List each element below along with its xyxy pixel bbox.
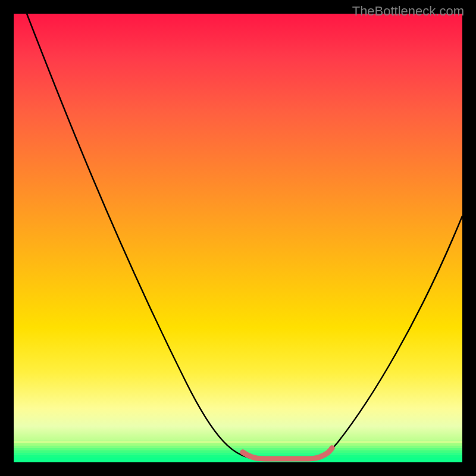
plot-area — [14, 14, 462, 462]
bottleneck-curve-path — [27, 14, 462, 459]
watermark-text: TheBottleneck.com — [352, 4, 464, 19]
highlight-segment-path — [243, 448, 332, 459]
bottleneck-curve-svg — [14, 14, 462, 462]
highlight-end-dot — [330, 446, 335, 451]
highlight-start-dot — [240, 450, 246, 455]
